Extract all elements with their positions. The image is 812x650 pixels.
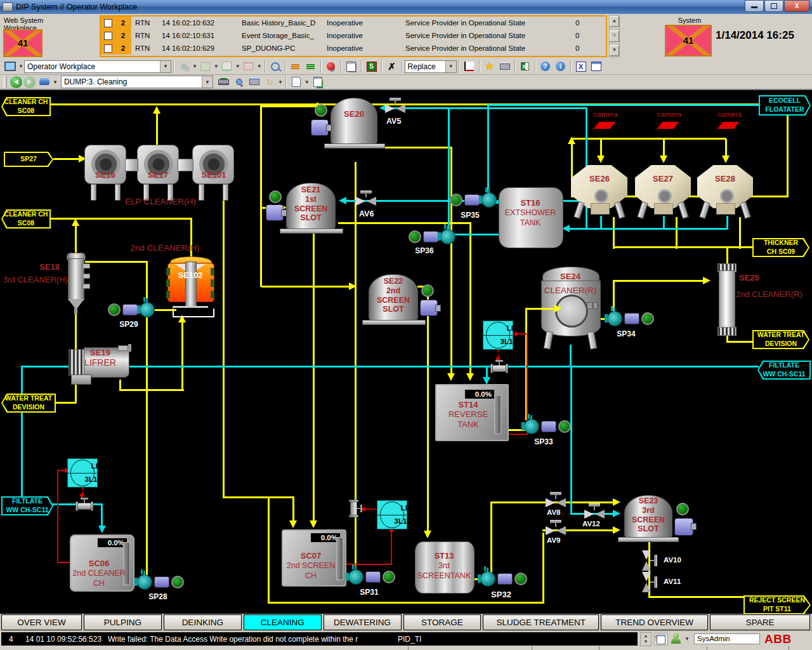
system-alarm-indicator[interactable]: 41 [665, 25, 712, 56]
alarm-list-icon[interactable] [289, 60, 303, 73]
new-window-icon[interactable] [589, 60, 603, 73]
tag-ecocell-floatater[interactable]: ECOCELL FLOATATER [759, 95, 811, 116]
agitator-motor-icon[interactable] [674, 518, 693, 536]
export-excel-icon[interactable]: X [518, 60, 532, 73]
checkbox-icon[interactable] [104, 19, 112, 27]
alarm-checkbox-cell[interactable] [101, 42, 115, 55]
chevron-down-icon[interactable]: ▼ [53, 79, 58, 85]
instrument-lic-3l1017[interactable]: LIC3L1017 [67, 458, 98, 488]
tab-over-view[interactable]: OVER VIEW [1, 614, 82, 630]
valve-av6[interactable] [356, 190, 376, 206]
tab-storage[interactable]: STORAGE [403, 614, 481, 630]
chevron-down-icon[interactable]: ▼ [192, 63, 197, 69]
message-spinner[interactable]: ▲▼ [640, 632, 652, 646]
pump-sp32[interactable] [480, 571, 527, 587]
alarm-scrollbar[interactable]: ▲ ≡ ▼ [609, 15, 620, 57]
replace-mode-select[interactable]: Replace▼ [405, 60, 457, 73]
pump-sp31[interactable] [348, 569, 395, 585]
chevron-down-icon[interactable]: ▼ [684, 636, 690, 642]
chevron-down-icon[interactable]: ▼ [445, 61, 456, 72]
favorites-star-icon[interactable]: ★ [483, 60, 497, 73]
object-lock-icon[interactable] [177, 60, 191, 73]
pin-display-icon[interactable] [232, 76, 246, 88]
camera-icon[interactable] [657, 122, 679, 129]
close-button[interactable]: X [784, 0, 809, 12]
minimize-button[interactable]: ▬ [745, 0, 764, 12]
alarm-row[interactable]: 2 RTN 14 16:02:10:631 Event Storage_Basi… [101, 29, 606, 42]
sql-report-icon[interactable]: S [365, 60, 379, 73]
axis-settings-icon[interactable] [462, 60, 476, 73]
chevron-down-icon[interactable]: ▼ [214, 63, 219, 69]
agitator-motor-icon[interactable] [420, 300, 438, 316]
tag-water-treat-devision[interactable]: WATER TREAT DEVISION [1, 394, 56, 413]
alarm-row[interactable]: 2 RTN 14 16:02:10:632 Basic History_Basi… [101, 17, 606, 29]
control-valve-icon[interactable] [75, 498, 93, 510]
valve-av5[interactable] [385, 98, 405, 113]
agitator-motor-icon[interactable] [311, 119, 329, 136]
control-valve-icon[interactable] [350, 500, 362, 517]
pump-sp28[interactable] [137, 574, 184, 590]
cleaner-se25[interactable] [717, 263, 737, 335]
tab-spare[interactable]: SPARE [710, 614, 810, 630]
trend-display-icon[interactable] [220, 60, 234, 73]
page-icon[interactable] [289, 76, 303, 88]
chevron-down-icon[interactable]: ▼ [235, 63, 240, 69]
current-user-field[interactable]: SysAdmin [694, 633, 760, 644]
tag-filtlate-ww-ch-sc11[interactable]: FILTLATE WW CH-SC11 [1, 496, 53, 515]
tag-sp27[interactable]: SP27 [4, 152, 53, 167]
checkbox-icon[interactable] [104, 44, 112, 53]
tab-pulping[interactable]: PULPING [84, 614, 162, 630]
workplace-select[interactable]: Operator Workplace▼ [24, 60, 171, 73]
event-list-icon[interactable]: ! [654, 633, 668, 646]
display-shelf-icon[interactable] [37, 76, 51, 88]
alarm-row[interactable]: 2 RTN 14 16:02:10:629 SP_DUONG-PC Inoper… [101, 42, 606, 55]
valve-av10[interactable] [642, 550, 657, 571]
info-icon[interactable]: i [554, 60, 568, 73]
back-button[interactable] [10, 76, 22, 88]
print-icon[interactable] [498, 60, 512, 73]
tag-reject-screen-pit-st11[interactable]: REJECT SCREEN PIT ST11 [743, 595, 811, 614]
pump-sp34[interactable] [607, 310, 654, 327]
instrument-lic-3l1008[interactable]: LIC3L1008 [377, 500, 407, 529]
alarm-checkbox-cell[interactable] [101, 29, 115, 42]
forward-button[interactable] [23, 76, 36, 88]
scroll-down-icon[interactable]: ▼ [610, 45, 619, 56]
web-system-alarm-indicator[interactable]: 41 [3, 29, 43, 57]
alarm-grid-icon[interactable] [242, 60, 256, 73]
close-display-icon[interactable]: X [574, 60, 588, 73]
chevron-down-icon[interactable]: ▼ [257, 63, 262, 69]
checkbox-icon[interactable] [104, 32, 112, 40]
chevron-down-icon[interactable]: ▼ [304, 79, 310, 85]
tab-deinking[interactable]: DEINKING [164, 614, 242, 630]
valve-av9[interactable] [546, 520, 566, 535]
toolbar-grip[interactable] [4, 76, 7, 88]
tab-sludge-treatment[interactable]: SLUDGE TREATMENT [483, 614, 599, 630]
pump-sp29[interactable] [108, 302, 155, 318]
agitator-motor-icon[interactable] [266, 204, 284, 221]
help-icon[interactable]: ? [539, 60, 553, 73]
valve-av12[interactable] [584, 503, 605, 519]
control-valve-icon[interactable] [490, 360, 508, 373]
refresh-icon[interactable]: ↻ [263, 76, 277, 88]
alarm-checkbox-cell[interactable] [101, 17, 115, 29]
tab-dewatering[interactable]: DEWATERING [324, 614, 402, 630]
no-tools-icon[interactable]: ✗ [385, 60, 399, 73]
tank-se20[interactable] [331, 98, 377, 145]
pump-sp36[interactable] [409, 229, 455, 245]
tab-trend-overview[interactable]: TREND OVERVIEW [601, 614, 708, 630]
logbook-icon[interactable] [344, 60, 358, 73]
valve-av11[interactable] [642, 572, 657, 592]
hot-spot-icon[interactable] [324, 60, 338, 73]
tag-cleaner-ch-sc08[interactable]: CLEANER CH SC08 [1, 97, 51, 116]
cleaner-se102[interactable] [166, 256, 214, 310]
print-display-icon[interactable] [247, 76, 261, 88]
display-path-select[interactable]: DUMP:3. Cleaning▼ [61, 76, 213, 88]
chevron-down-icon[interactable]: ▼ [18, 63, 23, 69]
instrument-lic-3l1006[interactable]: LIC3L1006 [483, 321, 513, 350]
chevron-down-icon[interactable]: ▼ [202, 76, 213, 88]
maximize-button[interactable] [764, 0, 783, 12]
camera-icon[interactable] [717, 122, 740, 129]
alarm-list[interactable]: 2 RTN 14 16:02:10:632 Basic History_Basi… [100, 15, 607, 57]
scroll-up-icon[interactable]: ▲ [610, 16, 619, 27]
camera-icon[interactable] [594, 122, 616, 129]
